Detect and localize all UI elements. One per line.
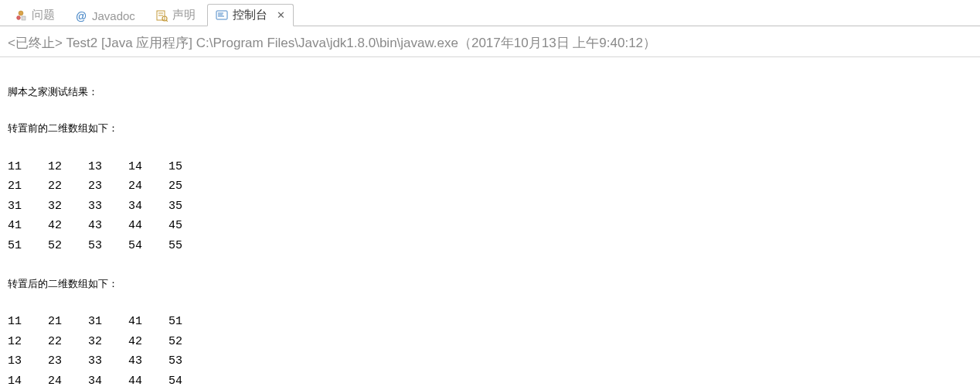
matrix-cell: 21 <box>8 176 48 197</box>
matrix-cell: 22 <box>48 176 88 197</box>
svg-rect-2 <box>22 16 26 20</box>
matrix-cell: 51 <box>168 312 209 332</box>
matrix-cell: 42 <box>48 216 88 236</box>
matrix-cell: 43 <box>128 351 168 371</box>
matrix-cell: 13 <box>8 351 48 371</box>
matrix-cell: 54 <box>168 371 209 390</box>
matrix-cell: 34 <box>128 197 168 217</box>
javadoc-icon: @ <box>75 10 87 22</box>
matrix-cell: 15 <box>168 157 209 177</box>
matrix-cell: 33 <box>88 351 128 371</box>
tab-label: Javadoc <box>92 9 135 22</box>
matrix-row: 4142434445 <box>8 216 972 236</box>
matrix-cell: 31 <box>88 312 128 332</box>
matrix-cell: 13 <box>88 157 128 177</box>
matrix-cell: 45 <box>168 216 209 236</box>
tab-javadoc[interactable]: @ Javadoc <box>66 5 144 26</box>
tab-label: 声明 <box>172 8 196 22</box>
console-icon <box>216 9 228 22</box>
close-icon[interactable]: ✕ <box>277 9 285 21</box>
matrix-cell: 31 <box>8 197 48 217</box>
matrix-cell: 23 <box>88 176 128 197</box>
svg-point-0 <box>19 11 23 15</box>
matrix-cell: 52 <box>48 236 88 256</box>
matrix-cell: 51 <box>8 236 48 256</box>
after-matrix: 1121314151122232425213233343531424344454… <box>8 312 972 390</box>
matrix-cell: 14 <box>8 371 48 390</box>
matrix-cell: 54 <box>128 236 168 256</box>
matrix-cell: 14 <box>128 157 168 177</box>
matrix-cell: 44 <box>128 371 168 390</box>
svg-text:@: @ <box>76 10 87 22</box>
matrix-row: 2122232425 <box>8 176 972 197</box>
status-line: <已终止> Test2 [Java 应用程序] C:\Program Files… <box>0 26 980 57</box>
matrix-row: 5152535455 <box>8 236 972 256</box>
matrix-cell: 25 <box>168 176 209 197</box>
tab-label: 控制台 <box>233 8 267 22</box>
matrix-row: 1121314151 <box>8 312 972 332</box>
matrix-cell: 21 <box>48 312 88 332</box>
status-prefix: <已终止> <box>8 36 66 50</box>
matrix-row: 1222324252 <box>8 332 972 352</box>
matrix-cell: 43 <box>88 216 128 236</box>
matrix-cell: 53 <box>168 351 209 371</box>
matrix-cell: 44 <box>128 216 168 236</box>
status-text: Test2 [Java 应用程序] C:\Program Files\Java\… <box>66 36 656 50</box>
matrix-cell: 41 <box>8 216 48 236</box>
svg-line-8 <box>166 20 168 22</box>
matrix-cell: 24 <box>128 176 168 197</box>
problems-icon <box>15 9 27 22</box>
matrix-cell: 33 <box>88 197 128 217</box>
matrix-cell: 12 <box>48 157 88 177</box>
tab-problems[interactable]: 问题 <box>6 4 63 26</box>
matrix-cell: 35 <box>168 197 209 217</box>
before-matrix: 1112131415212223242531323334354142434445… <box>8 157 972 256</box>
console-output: 脚本之家测试结果： 转置前的二维数组如下： 111213141521222324… <box>0 57 980 390</box>
output-title: 脚本之家测试结果： <box>8 84 972 101</box>
tab-declaration[interactable]: 声明 <box>147 4 204 26</box>
matrix-cell: 11 <box>8 157 48 177</box>
declaration-icon <box>155 9 168 22</box>
svg-point-1 <box>17 15 21 19</box>
matrix-cell: 23 <box>48 351 88 371</box>
after-heading: 转置后的二维数组如下： <box>8 275 972 292</box>
matrix-cell: 22 <box>48 332 88 352</box>
tab-console[interactable]: 控制台 ✕ <box>207 4 294 26</box>
matrix-cell: 11 <box>8 312 48 332</box>
before-heading: 转置前的二维数组如下： <box>8 120 972 137</box>
matrix-row: 1424344454 <box>8 371 972 390</box>
matrix-cell: 32 <box>48 197 88 217</box>
matrix-cell: 55 <box>168 236 209 256</box>
matrix-cell: 52 <box>168 332 209 352</box>
matrix-cell: 32 <box>88 332 128 352</box>
matrix-cell: 41 <box>128 312 168 332</box>
matrix-cell: 34 <box>88 371 128 390</box>
matrix-cell: 24 <box>48 371 88 390</box>
matrix-row: 1323334353 <box>8 351 972 371</box>
matrix-cell: 53 <box>88 236 128 256</box>
matrix-cell: 42 <box>128 332 168 352</box>
matrix-row: 3132333435 <box>8 197 972 217</box>
matrix-row: 1112131415 <box>8 157 972 177</box>
tab-label: 问题 <box>32 8 55 22</box>
tab-bar: 问题 @ Javadoc 声明 <box>0 0 980 26</box>
matrix-cell: 12 <box>8 332 48 352</box>
